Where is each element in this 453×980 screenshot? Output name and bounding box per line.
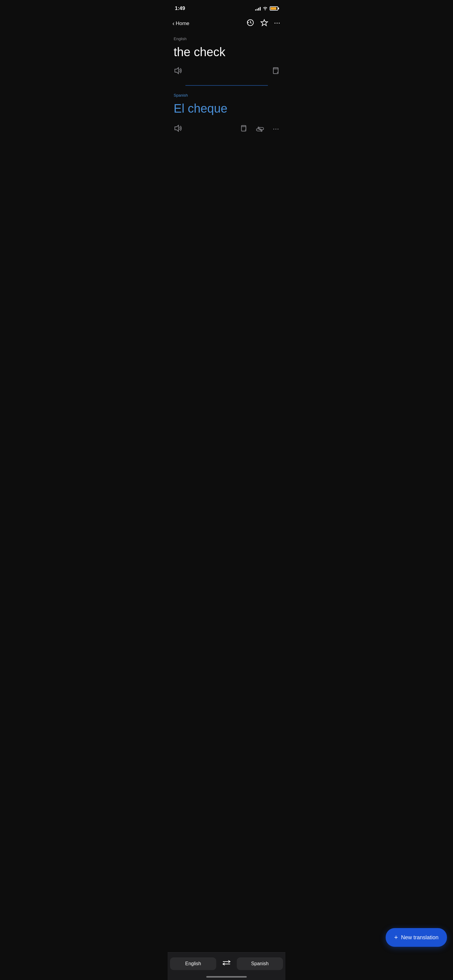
translation-section: Spanish El cheque — [167, 86, 286, 139]
wifi-icon — [262, 6, 268, 11]
thumbs-up-down-icon[interactable] — [255, 125, 265, 133]
translation-speaker-icon[interactable] — [174, 124, 182, 134]
nav-bar: ‹ Home ··· — [167, 15, 286, 32]
status-time: 1:49 — [175, 5, 185, 11]
source-text: the check — [174, 45, 279, 59]
back-button[interactable]: ‹ Home — [170, 18, 192, 29]
translation-copy-icon[interactable] — [239, 124, 247, 134]
more-options-icon[interactable]: ··· — [274, 20, 281, 27]
back-label: Home — [176, 21, 189, 27]
svg-rect-3 — [273, 69, 278, 74]
nav-actions: ··· — [246, 19, 281, 29]
signal-icon — [255, 6, 261, 11]
svg-marker-1 — [261, 20, 268, 25]
svg-marker-2 — [175, 68, 179, 74]
svg-rect-5 — [241, 127, 246, 131]
translation-language-label: Spanish — [174, 93, 279, 97]
translation-text: El cheque — [174, 101, 279, 116]
history-icon[interactable] — [246, 19, 254, 29]
source-section: English the check — [167, 32, 286, 85]
status-icons — [255, 6, 278, 11]
translation-actions: ··· — [174, 124, 279, 134]
battery-icon — [270, 6, 278, 11]
status-bar: 1:49 — [167, 0, 286, 15]
star-icon[interactable] — [260, 19, 268, 29]
svg-marker-4 — [175, 125, 179, 131]
translation-more-icon[interactable]: ··· — [273, 126, 279, 132]
source-copy-icon[interactable] — [271, 67, 279, 77]
source-speaker-icon[interactable] — [174, 67, 182, 77]
source-actions — [174, 67, 279, 81]
chevron-left-icon: ‹ — [172, 20, 175, 27]
source-language-label: English — [174, 37, 279, 41]
